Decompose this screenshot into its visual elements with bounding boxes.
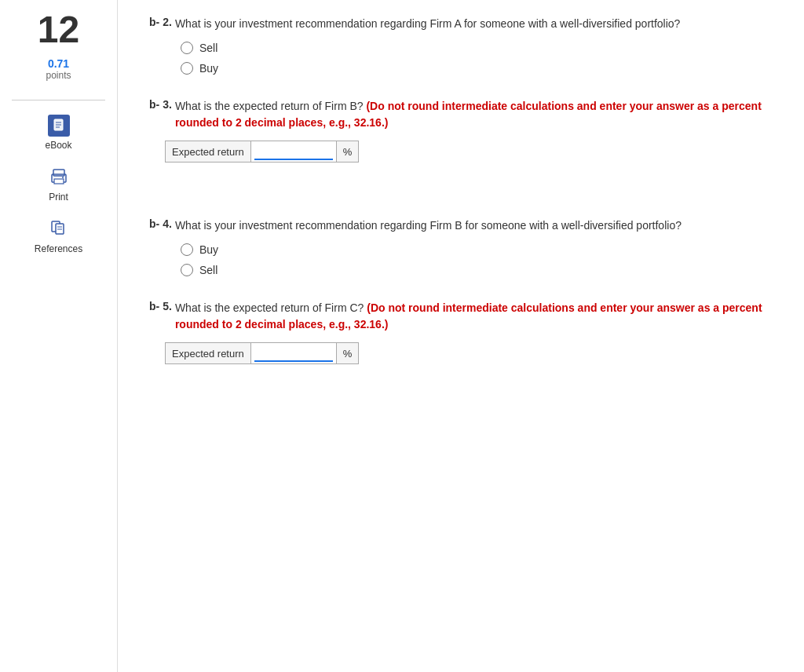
b4-buy-label: Buy xyxy=(199,243,218,256)
b4-radio-group: Buy Sell xyxy=(181,243,773,276)
b4-option-buy[interactable]: Buy xyxy=(181,243,773,256)
question-b5-block: b- 5. What is the expected return of Fir… xyxy=(149,300,773,364)
b3-expected-return-input[interactable] xyxy=(254,143,333,160)
b2-label: b- xyxy=(149,16,159,32)
b2-buy-radio[interactable] xyxy=(181,62,193,75)
b2-buy-label: Buy xyxy=(199,62,218,75)
b4-number: 4. xyxy=(163,217,172,234)
question-b4-block: b- 4. What is your investment recommenda… xyxy=(149,217,773,276)
b5-input-label: Expected return xyxy=(166,343,251,364)
svg-point-8 xyxy=(62,177,64,178)
sidebar-item-references[interactable]: References xyxy=(0,210,117,262)
b2-number: 2. xyxy=(163,16,172,32)
b4-label: b- xyxy=(149,217,159,234)
book-icon xyxy=(48,115,70,137)
b4-sell-label: Sell xyxy=(199,264,217,276)
references-icon xyxy=(48,218,70,240)
b4-buy-radio[interactable] xyxy=(181,243,193,256)
b3-input-cell[interactable] xyxy=(250,141,336,163)
svg-rect-7 xyxy=(54,179,64,184)
b5-text: What is the expected return of Firm C? xyxy=(175,301,364,314)
b3-input-table: Expected return % xyxy=(165,141,359,163)
sidebar: 12 0.71 points eBook Print xyxy=(0,0,118,672)
b2-text: What is your investment recommendation r… xyxy=(175,16,681,32)
b3-unit: % xyxy=(336,141,359,163)
b5-input-cell[interactable] xyxy=(250,343,336,364)
b2-sell-radio[interactable] xyxy=(181,42,193,54)
sidebar-item-ebook[interactable]: eBook xyxy=(0,107,117,159)
ebook-label: eBook xyxy=(45,140,71,151)
points-value: 0.71 xyxy=(48,57,69,70)
sidebar-divider xyxy=(12,100,105,100)
section-spacer-1 xyxy=(149,186,773,217)
b3-text: What is the expected return of Firm B? (… xyxy=(175,98,773,131)
b5-bold-label: b- xyxy=(149,300,159,333)
b3-number: 3. xyxy=(163,98,172,131)
b4-sell-radio[interactable] xyxy=(181,264,193,276)
main-content: b- 2. What is your investment recommenda… xyxy=(118,0,804,672)
question-b2-prefix: b- 2. What is your investment recommenda… xyxy=(149,16,773,32)
b2-option-sell[interactable]: Sell xyxy=(181,42,773,54)
b5-input-table: Expected return % xyxy=(165,342,359,364)
b5-text-container: What is the expected return of Firm C? (… xyxy=(175,300,773,333)
b3-input-label: Expected return xyxy=(166,141,251,163)
question-number: 12 xyxy=(38,8,79,51)
b5-unit: % xyxy=(336,343,359,364)
b4-option-sell[interactable]: Sell xyxy=(181,264,773,276)
question-b4-prefix: b- 4. What is your investment recommenda… xyxy=(149,217,773,234)
question-b3-block: b- 3. What is the expected return of Fir… xyxy=(149,98,773,163)
sidebar-item-print[interactable]: Print xyxy=(0,159,117,210)
b3-bold-label: b- xyxy=(149,98,159,131)
b3-input-row: Expected return % xyxy=(166,141,359,163)
references-label: References xyxy=(35,243,82,254)
print-icon xyxy=(48,166,70,188)
b5-expected-return-input[interactable] xyxy=(254,345,333,362)
b2-radio-group: Sell Buy xyxy=(181,42,773,75)
b5-number: 5. xyxy=(163,300,172,333)
svg-rect-5 xyxy=(53,170,64,176)
question-b2-block: b- 2. What is your investment recommenda… xyxy=(149,16,773,75)
b4-text: What is your investment recommendation r… xyxy=(175,217,682,234)
question-b3-prefix: b- 3. What is the expected return of Fir… xyxy=(149,98,773,131)
question-b5-prefix: b- 5. What is the expected return of Fir… xyxy=(149,300,773,333)
points-label: points xyxy=(46,70,71,81)
b2-sell-label: Sell xyxy=(199,42,217,54)
b5-input-row: Expected return % xyxy=(166,343,359,364)
print-label: Print xyxy=(49,192,68,203)
b2-option-buy[interactable]: Buy xyxy=(181,62,773,75)
